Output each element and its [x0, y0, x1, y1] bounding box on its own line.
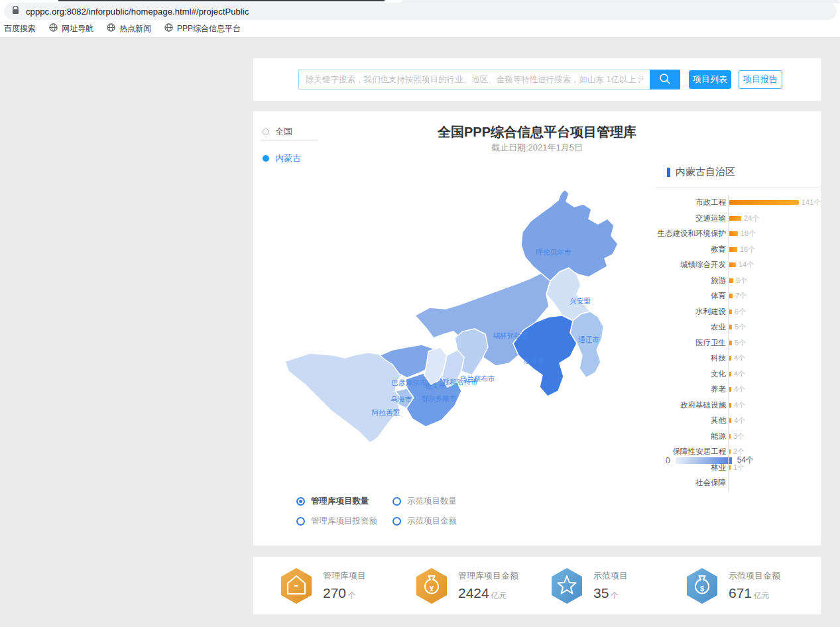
chart-row[interactable]: 医疗卫生 5个 [656, 335, 819, 351]
chart-row[interactable]: 水利建设 6个 [656, 304, 819, 320]
chart-row[interactable]: 科技 4个 [656, 351, 819, 367]
chart-category-label: 教育 [656, 245, 726, 255]
chart-row[interactable]: 城镇综合开发 14个 [656, 257, 819, 273]
moneybag-yuan-icon: ¥ [415, 567, 448, 604]
chart-value-label: 5个 [735, 338, 746, 348]
chart-category-label: 林业 [656, 463, 726, 473]
stat-unit: 亿元 [754, 591, 769, 599]
chart-row[interactable]: 教育 16个 [656, 242, 819, 258]
chart-value-label: 7个 [735, 291, 747, 301]
search-button[interactable] [650, 70, 680, 89]
chart-bar [729, 341, 732, 345]
chart-category-label: 生态建设和环境保护 [656, 229, 726, 239]
chart-bar [729, 216, 741, 221]
chart-value-label: 4个 [734, 400, 745, 410]
stat-label: 示范项目 [593, 570, 628, 582]
url-text[interactable]: cpppc.org:8082/inforpublic/homepage.html… [26, 7, 249, 17]
stat-value: 35 [593, 585, 609, 600]
chart-value-label: 4个 [734, 353, 745, 363]
chart-bar [729, 434, 731, 439]
stat-item: 示范项目 35个 [550, 567, 686, 604]
star-icon [550, 567, 583, 604]
chart-value-label: 4个 [734, 369, 745, 379]
chart-bar [729, 310, 732, 314]
chart-row[interactable]: 旅游 8个 [656, 273, 819, 289]
chart-category-label: 水利建设 [656, 307, 726, 317]
chart-row[interactable]: 林业 1个 [656, 460, 819, 476]
map-region-label: 乌兰察布市 [460, 374, 495, 382]
chart-row[interactable]: 政府基础设施 4个 [656, 398, 819, 414]
inner-mongolia-map[interactable]: 阿拉善盟锡林郭勒盟呼伦贝尔市乌海市巴彦淖尔市鄂尔多斯市包头市呼和浩特市乌兰察布市… [270, 184, 642, 449]
search-input[interactable] [298, 70, 650, 89]
chart-category-label: 政府基础设施 [656, 400, 726, 410]
chart-row[interactable]: 生态建设和环境保护 18个 [656, 226, 819, 242]
chart-bar [729, 325, 732, 329]
chart-category-label: 农业 [656, 322, 726, 332]
map-region[interactable] [285, 353, 404, 443]
chart-row[interactable]: 交通运输 24个 [656, 211, 819, 227]
date-subtitle: 截止日期:2021年1月5日 [253, 142, 821, 154]
chart-category-label: 文化 [656, 369, 726, 379]
address-bar[interactable]: cpppc.org:8082/inforpublic/homepage.html… [4, 3, 837, 20]
chart-value-label: 141个 [802, 198, 821, 207]
house-icon [280, 567, 313, 604]
stat-unit: 个 [348, 591, 356, 599]
chart-bar [729, 418, 731, 423]
region-radio-neimenggu[interactable]: 内蒙古 [263, 152, 301, 164]
project-list-button[interactable]: 项目列表 [689, 70, 731, 89]
chart-row[interactable]: 农业 5个 [656, 319, 819, 335]
bookmark-item[interactable]: 网址导航 [49, 23, 93, 34]
chart-row[interactable]: 文化 4个 [656, 367, 819, 382]
chart-category-label: 保障性安居工程 [656, 447, 726, 457]
radio-off-icon [392, 517, 401, 526]
map-region[interactable] [521, 190, 618, 281]
stat-value: 671 [729, 585, 752, 600]
chart-row[interactable]: 能源 3个 [656, 429, 819, 445]
chart-value-label: 3个 [733, 431, 745, 441]
metric-radio[interactable]: 管理库项目投资额 [296, 516, 377, 527]
bookmark-item[interactable]: PPP综合信息平台 [164, 23, 241, 34]
chart-row[interactable]: 社会保障 [656, 475, 819, 491]
chart-category-label: 养老 [656, 384, 726, 394]
svg-text:¥: ¥ [430, 585, 434, 593]
chart-category-label: 城镇综合开发 [656, 260, 726, 270]
stat-item: $ 示范项目金额 671亿元 [686, 567, 821, 604]
bookmarks-bar: 百度搜索网址导航热点新闻PPP综合信息平台 [0, 20, 840, 38]
stats-card: 管理库项目 270个 ¥ 管理库项目金额 2424亿元 示范项目 35个 $ 示… [253, 557, 821, 614]
search-card: 项目列表 项目报告 [253, 58, 821, 101]
chart-bar [729, 372, 731, 376]
chart-bar [729, 449, 731, 454]
chart-value-label: 18个 [741, 229, 756, 239]
tab-edge [58, 0, 385, 1]
chart-value-label: 24个 [744, 213, 759, 223]
chart-bar [729, 403, 731, 408]
chart-category-label: 社会保障 [656, 478, 726, 488]
chart-legend-marker [667, 168, 670, 177]
chart-row[interactable]: 养老 4个 [656, 382, 819, 398]
chart-value-label: 4个 [734, 416, 745, 426]
metric-radio[interactable]: 示范项目金额 [392, 516, 457, 527]
stat-unit: 亿元 [491, 591, 507, 599]
chart-divider [656, 188, 819, 188]
globe-icon [107, 23, 115, 34]
chart-value-label: 16个 [740, 245, 755, 255]
chart-bar [729, 200, 799, 205]
bookmark-item[interactable]: 百度搜索 [4, 23, 36, 34]
chart-row[interactable]: 其他 4个 [656, 413, 819, 429]
chart-bar [729, 247, 737, 252]
stat-item: ¥ 管理库项目金额 2424亿元 [415, 567, 550, 604]
metric-radio[interactable]: 示范项目数量 [392, 496, 457, 507]
chart-category-label: 市政工程 [656, 198, 726, 207]
project-report-button[interactable]: 项目报告 [739, 70, 782, 89]
metric-radio[interactable]: 管理库项目数量 [296, 496, 369, 507]
svg-text:$: $ [700, 585, 704, 593]
bookmark-item[interactable]: 热点新闻 [107, 23, 151, 34]
stat-item: 管理库项目 270个 [280, 567, 415, 604]
chart-row[interactable]: 体育 7个 [656, 288, 819, 304]
chart-category-label: 交通运输 [656, 213, 726, 223]
chart-row[interactable]: 保障性安居工程 2个 [656, 444, 819, 460]
radio-on-icon [296, 497, 305, 506]
chart-value-label: 6个 [735, 307, 746, 317]
chart-row[interactable]: 市政工程 141个 [656, 195, 819, 211]
chart-bar [729, 262, 736, 267]
